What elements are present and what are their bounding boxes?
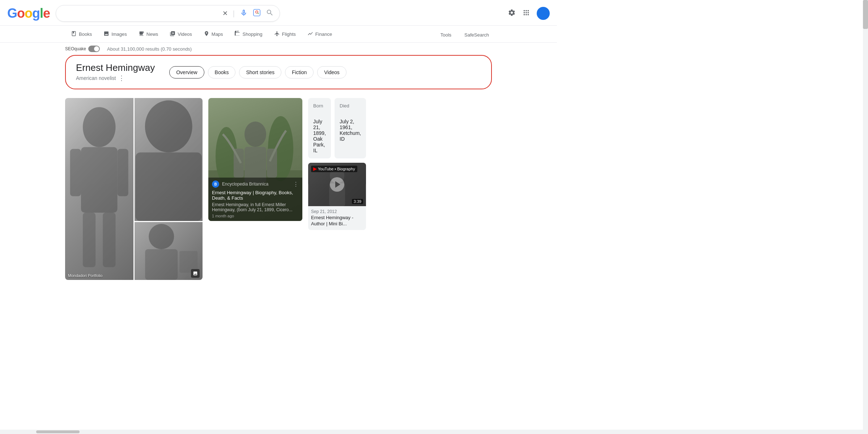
article-time: 1 month ago bbox=[212, 214, 299, 218]
entity-tab-videos[interactable]: Videos bbox=[317, 66, 346, 78]
svg-rect-19 bbox=[267, 149, 277, 178]
tab-news-label: News bbox=[146, 31, 158, 37]
search-icons: ✕ | bbox=[222, 9, 274, 18]
tab-videos[interactable]: Videos bbox=[164, 27, 198, 42]
video-meta: Sep 21, 2012 Ernest Hemingway - Author |… bbox=[308, 206, 366, 230]
svg-rect-5 bbox=[118, 149, 128, 196]
svg-rect-22 bbox=[308, 183, 309, 206]
tab-books-label: Books bbox=[79, 31, 92, 37]
entity-tab-short-stories[interactable]: Short stories bbox=[239, 66, 281, 78]
search-bar: Ernest Hemingway ✕ | bbox=[56, 5, 280, 22]
tab-maps-label: Maps bbox=[212, 31, 223, 37]
svg-rect-6 bbox=[83, 213, 95, 267]
article-excerpt: Ernest Hemingway, in full Ernest Miller … bbox=[212, 202, 299, 212]
results-bar: SEOquake About 31,100,000 results (0.70 … bbox=[0, 43, 557, 55]
video-source-bar: ▶ YouTube • Biography bbox=[311, 166, 357, 172]
user-avatar[interactable] bbox=[537, 7, 550, 20]
seoquake-toggle[interactable] bbox=[88, 46, 100, 52]
svg-rect-3 bbox=[81, 147, 118, 213]
tab-news[interactable]: News bbox=[133, 27, 164, 42]
video-thumbnail: ▶ YouTube • Biography 3:39 bbox=[308, 163, 366, 206]
google-logo[interactable]: Google bbox=[7, 6, 50, 21]
photo-collage[interactable]: Mondadori Portfolio bbox=[65, 98, 203, 280]
images-icon bbox=[103, 31, 109, 38]
more-options-icon[interactable]: ⋮ bbox=[118, 74, 125, 82]
source-icon: B bbox=[212, 180, 219, 188]
safesearch-button[interactable]: SafeSearch bbox=[461, 29, 492, 41]
article-title[interactable]: Ernest Hemingway | Biography, Books, Dea… bbox=[212, 190, 299, 201]
tab-shopping-label: Shopping bbox=[243, 31, 263, 37]
tab-images[interactable]: Images bbox=[98, 27, 133, 42]
entity-tab-fiction[interactable]: Fiction bbox=[285, 66, 314, 78]
svg-point-16 bbox=[244, 122, 266, 147]
born-died-grid: Born July 21, 1899, Oak Park, IL Died Ju… bbox=[308, 98, 366, 158]
article-source-row: B Encyclopedia Britannica ⋮ bbox=[212, 180, 299, 188]
header-right bbox=[508, 7, 550, 20]
lens-icon[interactable] bbox=[253, 9, 261, 18]
svg-rect-11 bbox=[145, 249, 178, 280]
apps-icon[interactable] bbox=[522, 9, 530, 18]
svg-point-2 bbox=[83, 107, 116, 147]
info-grid: Mondadori Portfolio bbox=[65, 98, 492, 280]
youtube-icon: ▶ bbox=[313, 166, 316, 171]
svg-rect-9 bbox=[135, 152, 201, 221]
entity-name-block: Ernest Hemingway American novelist ⋮ bbox=[76, 62, 155, 82]
tab-finance-label: Finance bbox=[315, 31, 332, 37]
photo-bottom-right[interactable] bbox=[135, 222, 203, 280]
news-icon bbox=[139, 31, 144, 38]
settings-icon[interactable] bbox=[508, 9, 516, 18]
video-date: Sep 21, 2012 bbox=[311, 209, 363, 214]
hunting-photo[interactable]: B Encyclopedia Britannica ⋮ Ernest Hemin… bbox=[208, 98, 302, 221]
tab-flights[interactable]: Flights bbox=[268, 27, 302, 42]
died-label: Died bbox=[340, 103, 361, 109]
svg-rect-4 bbox=[70, 149, 81, 196]
tab-books[interactable]: Books bbox=[65, 27, 98, 42]
shopping-icon bbox=[235, 31, 241, 38]
tools-button[interactable]: Tools bbox=[438, 29, 454, 41]
video-source-label: YouTube • Biography bbox=[318, 167, 355, 171]
nav-right: Tools SafeSearch bbox=[438, 29, 492, 41]
died-value: July 2, 1961, Ketchum, ID bbox=[340, 119, 361, 142]
tab-maps[interactable]: Maps bbox=[198, 27, 229, 42]
clear-icon[interactable]: ✕ bbox=[222, 9, 228, 17]
books-icon bbox=[71, 31, 77, 38]
tab-videos-label: Videos bbox=[178, 31, 192, 37]
search-icon[interactable] bbox=[266, 9, 274, 18]
nav-tabs: Books Images News Videos Maps Shopping bbox=[0, 26, 557, 43]
video-duration: 3:39 bbox=[352, 199, 363, 204]
seoquake-label: SEOquake bbox=[65, 46, 86, 51]
tab-finance[interactable]: Finance bbox=[302, 27, 338, 42]
entity-tab-books[interactable]: Books bbox=[208, 66, 236, 78]
header: Google Ernest Hemingway ✕ | bbox=[0, 0, 557, 26]
born-label: Born bbox=[313, 103, 326, 109]
entity-card: Ernest Hemingway American novelist ⋮ Ove… bbox=[65, 55, 492, 89]
entity-tabs: Overview Books Short stories Fiction Vid… bbox=[169, 66, 346, 78]
photo-main[interactable]: Mondadori Portfolio bbox=[65, 98, 133, 280]
video-card[interactable]: ▶ YouTube • Biography 3:39 Sep 21, 2012 … bbox=[308, 163, 366, 230]
svg-point-8 bbox=[145, 101, 192, 153]
flights-icon bbox=[274, 31, 280, 38]
tab-flights-label: Flights bbox=[282, 31, 296, 37]
tab-images-label: Images bbox=[111, 31, 127, 37]
born-value: July 21, 1899, Oak Park, IL bbox=[313, 119, 326, 153]
facts-video-col: Born July 21, 1899, Oak Park, IL Died Ju… bbox=[308, 98, 366, 230]
article-source-name: Encyclopedia Britannica bbox=[222, 182, 268, 187]
results-count: About 31,100,000 results (0.70 seconds) bbox=[107, 46, 192, 52]
died-card: Died July 2, 1961, Ketchum, ID bbox=[335, 98, 366, 158]
svg-rect-24 bbox=[329, 183, 345, 206]
svg-rect-26 bbox=[365, 183, 366, 206]
photo-caption: Mondadori Portfolio bbox=[68, 273, 102, 278]
article-menu-icon[interactable]: ⋮ bbox=[293, 181, 299, 188]
entity-name: Ernest Hemingway bbox=[76, 62, 155, 73]
videos-icon bbox=[170, 31, 175, 38]
born-card: Born July 21, 1899, Oak Park, IL bbox=[308, 98, 331, 158]
entity-tab-overview[interactable]: Overview bbox=[169, 66, 204, 78]
search-input[interactable]: Ernest Hemingway bbox=[62, 10, 222, 17]
main-content: Ernest Hemingway American novelist ⋮ Ove… bbox=[0, 55, 557, 280]
entity-subtitle-text: American novelist bbox=[76, 75, 116, 81]
tab-shopping[interactable]: Shopping bbox=[229, 27, 268, 42]
voice-icon[interactable] bbox=[240, 9, 248, 18]
photo-top-right[interactable] bbox=[135, 98, 203, 221]
photo-expand-icon[interactable] bbox=[191, 269, 200, 278]
finance-icon bbox=[307, 31, 313, 38]
